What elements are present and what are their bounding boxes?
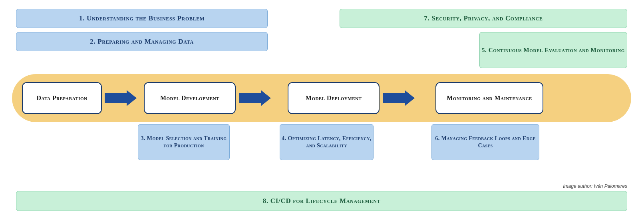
box3-label: Model Deployment: [306, 94, 362, 102]
box1-label: Data Preparation: [37, 94, 87, 102]
banner8-label: 8. CI/CD for Lifecycle Management: [263, 197, 380, 205]
banner-optimizing-latency: 4. Optimizing Latency, Efficiency, and S…: [280, 124, 374, 160]
banner3-label: 3. Model Selection and Training for Prod…: [138, 135, 229, 149]
pipeline-box-monitoring: Monitoring and Maintenance: [435, 82, 543, 114]
banner-continuous-evaluation: 5. Continuous Model Evaluation and Monit…: [479, 32, 627, 68]
author-credit: Image author: Iván Palomares: [563, 183, 627, 189]
box4-label: Monitoring and Maintenance: [447, 94, 532, 102]
pipeline-box-data-preparation: Data Preparation: [22, 82, 102, 114]
banner5-label: 5. Continuous Model Evaluation and Monit…: [482, 47, 625, 54]
banner-model-selection: 3. Model Selection and Training for Prod…: [138, 124, 230, 160]
arrow-3: [383, 90, 415, 106]
banner2-label: 2. Preparing and Managing Data: [90, 38, 194, 46]
banner-security-privacy: 7. Security, Privacy, and Compliance: [340, 9, 627, 28]
arrow-2: [239, 90, 271, 106]
svg-marker-1: [239, 90, 271, 106]
box2-label: Model Development: [160, 94, 219, 102]
diagram-container: 1. Understanding the Business Problem 2.…: [0, 0, 644, 219]
svg-marker-2: [383, 90, 415, 106]
pipeline-box-model-development: Model Development: [144, 82, 236, 114]
author-label: Image author: Iván Palomares: [563, 183, 627, 189]
banner-managing-feedback: 6. Managing Feedback Loops and Edge Case…: [431, 124, 539, 160]
banner-understanding-business: 1. Understanding the Business Problem: [16, 9, 268, 28]
svg-marker-0: [105, 90, 137, 106]
banner7-label: 7. Security, Privacy, and Compliance: [424, 14, 543, 22]
arrow-1: [105, 90, 137, 106]
banner4-label: 4. Optimizing Latency, Efficiency, and S…: [280, 135, 373, 149]
banner1-label: 1. Understanding the Business Problem: [79, 14, 205, 22]
banner-cicd: 8. CI/CD for Lifecycle Management: [16, 191, 627, 211]
banner-preparing-data: 2. Preparing and Managing Data: [16, 32, 268, 51]
pipeline-box-model-deployment: Model Deployment: [288, 82, 380, 114]
banner6-label: 6. Managing Feedback Loops and Edge Case…: [432, 135, 539, 149]
